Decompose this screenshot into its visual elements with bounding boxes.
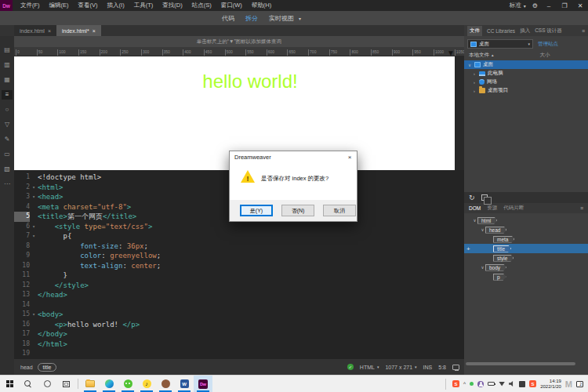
code-line[interactable]: 12 </style> [14, 281, 464, 291]
chevron-closed-icon[interactable]: › [472, 71, 477, 76]
panel-menu-icon[interactable]: ≡ [580, 205, 583, 211]
code-line[interactable]: 11 } [14, 270, 464, 281]
code-line[interactable]: 7▾ p{ [14, 231, 464, 241]
left-tool-icon-8[interactable]: ▧ [2, 165, 13, 174]
close-button[interactable]: ✕ [575, 2, 585, 9]
menu-item-5[interactable]: 查找(D) [158, 0, 187, 11]
dom-horizontal-scrollbar[interactable] [466, 362, 575, 365]
dialog-close-icon[interactable]: × [343, 154, 357, 161]
tab-snippets[interactable]: 代码片断 [503, 205, 524, 212]
notification-center-icon[interactable]: 2 [576, 381, 583, 387]
battery-icon[interactable] [488, 382, 495, 386]
doc-type-label[interactable]: HTML [360, 365, 375, 370]
files-tree-item-3[interactable]: ›桌面项目 [464, 86, 588, 95]
dialog-button-2[interactable]: 取消 [323, 205, 356, 216]
sync-settings-icon[interactable]: ⚙ [532, 2, 538, 9]
tab-insert[interactable]: 插入 [520, 27, 530, 34]
tab-close-icon[interactable]: × [93, 28, 96, 34]
menu-item-7[interactable]: 窗口(W) [216, 0, 247, 11]
workspace-switcher[interactable]: 标准 ▾ [510, 2, 526, 9]
left-tool-icon-7[interactable]: ▭ [2, 150, 13, 159]
chevron-open-icon[interactable]: ∨ [472, 218, 477, 223]
panel-menu-icon[interactable]: ≡ [582, 28, 585, 34]
dom-tree-item-head[interactable]: ∨head [464, 225, 588, 234]
code-line[interactable]: 15▾<body> [14, 310, 464, 320]
document-tab-1[interactable]: index.html*× [56, 25, 101, 36]
menu-item-1[interactable]: 编辑(E) [45, 0, 74, 11]
code-line[interactable]: 19 [14, 349, 464, 359]
code-line[interactable]: 16 <p>hello world! </p> [14, 320, 464, 330]
files-tree-item-0[interactable]: ∨桌面 [464, 60, 588, 69]
fold-icon[interactable]: ▾ [30, 183, 38, 193]
chevron-open-icon[interactable]: ∨ [480, 227, 485, 232]
col-local-files[interactable]: 本地文件 [469, 52, 489, 59]
tab-files[interactable]: 文件 [467, 26, 482, 36]
col-size[interactable]: 大小 [539, 52, 550, 59]
menu-item-2[interactable]: 查看(V) [74, 0, 103, 11]
minimize-button[interactable]: – [544, 2, 554, 9]
dom-tree-item-style[interactable]: style [464, 253, 588, 263]
left-tool-icon-4[interactable]: ○ [2, 105, 13, 114]
taskbar-app-brown[interactable] [156, 376, 175, 392]
menu-item-3[interactable]: 插入(I) [103, 0, 129, 11]
fold-icon[interactable]: ▾ [30, 231, 38, 241]
qq-tray-icon[interactable] [477, 381, 484, 387]
refresh-icon[interactable]: ↻ [469, 192, 475, 203]
document-tab-0[interactable]: index.html× [14, 25, 56, 36]
code-line[interactable]: 14 [14, 300, 464, 310]
tab-css-designer[interactable]: CSS 设计器 [535, 27, 562, 34]
dialog-button-0[interactable]: 是(Y) [240, 205, 273, 216]
code-view-button[interactable]: 代码 [222, 14, 234, 23]
chevron-open-icon[interactable]: ∨ [467, 63, 472, 67]
fold-icon[interactable]: ▾ [30, 222, 38, 232]
dom-tree-item-body[interactable]: ∨body [464, 263, 588, 272]
taskbar-dreamweaver[interactable]: Dw [194, 376, 212, 392]
fold-icon[interactable]: ▾ [30, 192, 38, 202]
code-line[interactable]: 10 text-align: center; [14, 261, 464, 271]
dialog-titlebar[interactable]: Dreamweaver × [230, 151, 357, 162]
live-view-button[interactable]: 实时视图 [269, 14, 294, 23]
left-tool-icon-3[interactable]: ≡ [2, 90, 13, 100]
dom-tree-item-p[interactable]: p [464, 272, 588, 281]
left-tool-icon-2[interactable]: ▦ [2, 75, 13, 85]
chevron-closed-icon[interactable]: › [472, 89, 477, 93]
dom-tree-item-title[interactable]: +title [464, 244, 588, 253]
preview-device-icon[interactable] [452, 365, 459, 370]
chevron-open-icon[interactable]: ∨ [480, 265, 485, 270]
tray-app-s-icon[interactable]: S [452, 380, 459, 387]
taskbar-edge[interactable] [100, 376, 118, 392]
tab-cc-libraries[interactable]: CC Libraries [487, 28, 515, 34]
taskbar-cortana[interactable] [38, 376, 56, 392]
chevron-closed-icon[interactable]: › [472, 80, 477, 85]
menu-item-0[interactable]: 文件(F) [16, 0, 45, 11]
tag-title-selected[interactable]: title [38, 363, 57, 372]
chevron-down-icon[interactable]: ▾ [415, 365, 417, 369]
taskbar-word[interactable]: W [175, 376, 194, 392]
taskbar-clock[interactable]: 14:19 2022/1/20 [540, 379, 561, 390]
taskbar-wechat[interactable] [118, 376, 137, 392]
code-line[interactable]: 17</body> [14, 329, 464, 339]
site-select[interactable]: 桌面 ▾ [467, 39, 533, 49]
window-size-label[interactable]: 1077 x 271 [385, 365, 412, 370]
menu-item-8[interactable]: 帮助(H) [247, 0, 276, 11]
fold-icon[interactable]: ▾ [30, 310, 38, 320]
taskbar-task-view[interactable] [56, 376, 75, 392]
code-line[interactable]: 6▾ <style type="text/css"> [14, 222, 464, 232]
code-line[interactable]: 18</html> [14, 339, 464, 350]
code-line[interactable]: 9 color: greenyellow; [14, 251, 464, 261]
dom-tree-item-meta[interactable]: meta [464, 234, 588, 244]
dialog-button-1[interactable]: 否(N) [281, 205, 314, 216]
restore-button[interactable]: ❐ [560, 2, 569, 9]
menu-item-6[interactable]: 站点(S) [187, 0, 216, 11]
volume-icon[interactable] [509, 381, 515, 387]
taskbar-file-explorer[interactable] [81, 376, 100, 392]
split-view-button[interactable]: 拆分 [245, 14, 258, 23]
more-tools-icon[interactable]: ⋯ [2, 180, 13, 189]
dom-tree-item-html[interactable]: ∨html [464, 216, 588, 225]
chevron-down-icon[interactable]: ▾ [377, 365, 379, 369]
left-tool-icon-0[interactable]: ▤ [2, 45, 13, 55]
get-put-files-icon[interactable] [481, 194, 488, 201]
manage-sites-link[interactable]: 管理站点 [538, 41, 558, 48]
files-tree-item-1[interactable]: ›此电脑 [464, 69, 588, 78]
ime-indicator-icon[interactable] [519, 381, 525, 387]
